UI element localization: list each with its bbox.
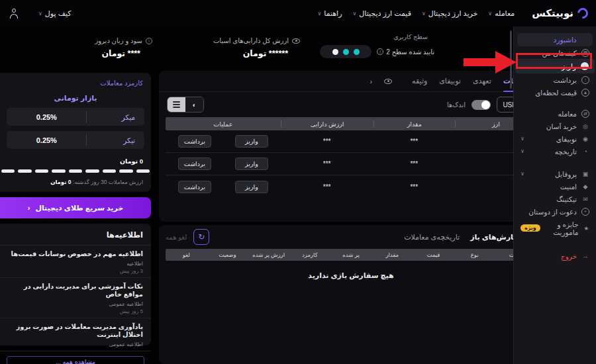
user-profile-icon[interactable]: [9, 9, 19, 19]
deposit-button[interactable]: واریز: [235, 158, 268, 170]
list-item[interactable]: نکات آموزشی برای مدیریت دارایی در مواقع …: [0, 278, 151, 318]
dashboard-grid-icon: [581, 36, 589, 44]
sidebar-item-security[interactable]: ◆امنیت: [514, 180, 596, 193]
sidebar-item-my-wallets[interactable]: ▤کیف‌های من: [514, 46, 596, 59]
chevron-down-icon: ∨: [352, 11, 356, 17]
easy-buy-icon: ◎: [581, 122, 589, 130]
taker-label: تیکر: [123, 136, 144, 144]
sidebar-item-ticketing[interactable]: ✉تیکتینگ: [514, 193, 596, 205]
sidebar-item-rewards[interactable]: ★جایزه و ماموریت ویژه: [514, 218, 596, 238]
sidebar-item-logout[interactable]: →خروج: [514, 250, 596, 262]
assets-table-header: ارز مقدار ارزش دارایی عملیات: [166, 117, 536, 130]
view-all-button[interactable]: مشاهده همه ...: [7, 356, 144, 364]
nobitex-logo-icon: [575, 6, 591, 21]
list-icon: [173, 101, 180, 103]
quick-buy-gold-button[interactable]: خرید سریع طلای دیجیتال ‹: [0, 197, 151, 218]
wallet-menu-dropdown[interactable]: کیف پول∨: [38, 9, 72, 18]
fees-title[interactable]: کارمزد معاملات: [0, 73, 151, 87]
withdraw-button[interactable]: برداشت: [178, 135, 211, 148]
assets-label: ارزش کل دارایی‌های اسپات: [213, 37, 289, 44]
sidebar-item-nobify[interactable]: ◉نوبیفای ∨: [514, 132, 596, 145]
volume-caption: ارزش معاملات 30 روز گذشته: 0 تومان: [8, 179, 143, 185]
level-dot-filled: [343, 49, 349, 55]
collapse-chevron-icon[interactable]: ‹: [370, 77, 372, 85]
nobitex-logo-text: نوبیتکس: [532, 7, 573, 19]
level-progress-dots: [320, 45, 372, 58]
sidebar-item-withdraw[interactable]: ↑برداشت: [514, 73, 596, 86]
level-dot-empty: [332, 49, 338, 55]
pie-chart-icon: ◐: [192, 101, 196, 109]
special-badge: ویژه: [521, 224, 540, 232]
refresh-icon: ↻: [198, 232, 205, 242]
sidebar-item-trade[interactable]: ⇄معامله: [514, 107, 596, 120]
sidebar-item-history[interactable]: ◔تاریخچه ∨: [514, 145, 596, 158]
nobitex-logo[interactable]: نوبیتکس: [532, 7, 588, 19]
ticket-icon: ✉: [581, 195, 589, 203]
value-cell: ***: [281, 160, 373, 167]
chevron-left-icon: ‹: [28, 204, 30, 212]
tab-collateral[interactable]: وثیقه: [412, 71, 427, 92]
tab-nobify[interactable]: نوبیفای: [439, 71, 461, 92]
tab-margin[interactable]: تعهدی: [473, 71, 491, 92]
orders-panel: سفارش‌های باز تاریخچه‌ی معاملات لغو همه …: [159, 225, 543, 364]
refresh-button[interactable]: ↻: [193, 229, 209, 245]
value-cell: ***: [281, 138, 373, 145]
nav-buy-crypto[interactable]: خرید ارز دیجیتال∨: [422, 9, 477, 18]
amount-cell: ***: [373, 138, 455, 145]
assets-table: ارز مقدار ارزش دارایی عملیات *** *** وار…: [166, 117, 536, 198]
nobify-bell-icon: ◉: [581, 135, 589, 143]
eye-icon[interactable]: [292, 38, 300, 44]
pie-view-button[interactable]: ◐: [185, 97, 203, 112]
empty-orders-message: هیچ سفارش بازی ندارید: [159, 271, 543, 280]
sidebar-item-easy-buy[interactable]: ◎خرید آسان: [514, 120, 596, 132]
withdraw-button[interactable]: برداشت: [178, 181, 211, 193]
small-assets-label: اندک‌ها: [447, 101, 466, 109]
withdraw-button[interactable]: برداشت: [178, 158, 211, 170]
chevron-down-icon: ∨: [422, 11, 426, 17]
chevron-down-icon: ∨: [521, 171, 524, 177]
sidebar-item-live-prices[interactable]: ▲قیمت لحظه‌ای: [514, 86, 596, 99]
invite-icon: +: [581, 208, 589, 216]
amount-cell: ***: [373, 183, 455, 191]
deposit-button[interactable]: واریز: [235, 181, 268, 193]
taker-value: 0.25%: [7, 136, 87, 144]
list-view-button[interactable]: [168, 97, 185, 112]
announcements-title: اطلاعیه‌ها: [0, 224, 151, 246]
pnl-label: سود و زیان دیروز: [95, 37, 142, 44]
small-assets-toggle[interactable]: [472, 100, 491, 110]
wallets-icon: ▤: [581, 49, 589, 57]
profile-card-icon: ▣: [581, 170, 589, 178]
announcements-card: اطلاعیه‌ها اطلاعیه مهم در خصوص نوسانات ق…: [0, 224, 151, 345]
info-icon[interactable]: i: [377, 48, 383, 55]
total-assets-summary: ارزش کل دارایی‌های اسپات ****** تومان: [164, 37, 300, 58]
sidebar-item-deposit[interactable]: ↓واریز: [515, 59, 595, 73]
nav-trade[interactable]: معامله∨: [488, 9, 515, 18]
chevron-down-icon: ∨: [38, 11, 42, 17]
list-item[interactable]: یادآوری مدیریت معاملات در صورت بروز اختل…: [0, 318, 151, 351]
shield-icon: ◆: [581, 183, 589, 191]
table-row: *** *** واریز برداشت: [166, 130, 536, 153]
orders-table-header: سمت نوع قیمت مقدار پر شده کارمزد ارزش پر…: [166, 249, 536, 261]
fees-card: کارمزد معاملات بازار تومانی میکر 0.25% ت…: [0, 73, 151, 192]
info-icon[interactable]: i: [146, 38, 152, 44]
nav-crypto-prices[interactable]: قیمت ارز دیجیتال∨: [352, 9, 411, 18]
sidebar-item-profile[interactable]: ▣پروفایل ∨: [514, 167, 596, 180]
sidebar-item-dashboard[interactable]: داشبورد: [517, 33, 593, 46]
nav-guide[interactable]: راهنما∨: [317, 9, 342, 18]
tab-trade-history[interactable]: تاریخچه‌ی معاملات: [404, 233, 460, 242]
trophy-icon: ★: [583, 224, 590, 232]
amount-cell: ***: [373, 160, 455, 167]
chevron-down-icon: ∨: [521, 148, 524, 154]
cancel-all-button[interactable]: لغو همه: [166, 234, 187, 241]
sidebar-item-invite-friends[interactable]: +دعوت از دوستان: [514, 205, 596, 218]
nobitex-dashboard: نوبیتکس معامله∨ خرید ارز دیجیتال∨ قیمت ا…: [0, 0, 596, 364]
deposit-button[interactable]: واریز: [235, 135, 268, 148]
header-left-cluster: کیف پول∨: [9, 0, 72, 26]
orders-tabs: سفارش‌های باز تاریخچه‌ی معاملات: [404, 225, 526, 249]
list-item[interactable]: اطلاعیه مهم در خصوص نوسانات قیمت‌ها اطلا…: [0, 246, 151, 278]
top-header: نوبیتکس معامله∨ خرید ارز دیجیتال∨ قیمت ا…: [0, 0, 596, 26]
eye-icon[interactable]: [384, 79, 392, 84]
sidebar-scrollbar[interactable]: [510, 30, 512, 89]
table-row: *** *** واریز برداشت: [166, 153, 536, 175]
maker-label: میکر: [122, 113, 144, 121]
